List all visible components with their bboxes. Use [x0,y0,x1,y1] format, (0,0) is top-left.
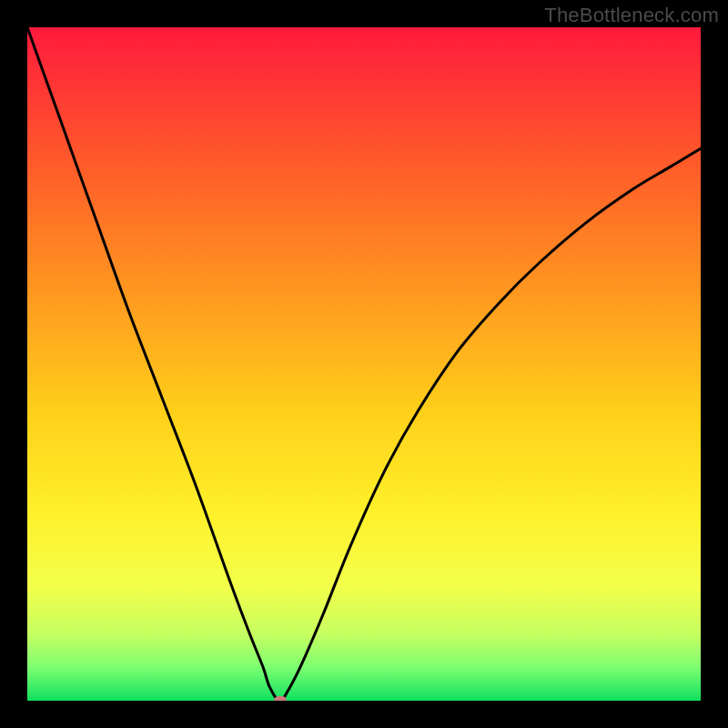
optimal-point-marker [274,696,287,701]
bottleneck-curve [27,27,701,701]
chart-frame: TheBottleneck.com [0,0,728,728]
plot-area [27,27,701,701]
watermark-text: TheBottleneck.com [544,4,719,27]
